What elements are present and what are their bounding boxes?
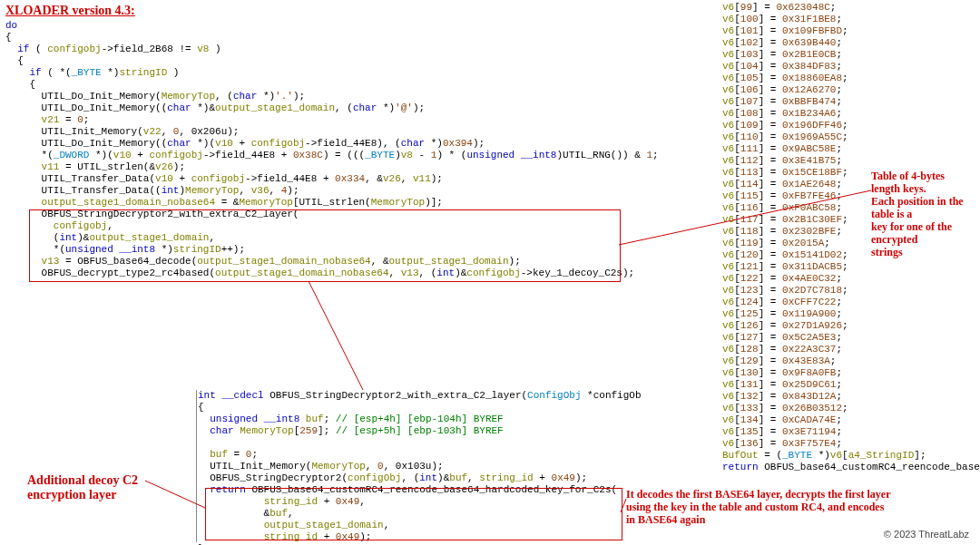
- function-border: [196, 390, 197, 542]
- page-title: XLOADER version 4.3:: [5, 4, 135, 18]
- note-bottom: It decodes the first BASE64 layer, decry…: [626, 488, 898, 526]
- note-left: Additional decoy C2 encryption layer: [27, 473, 138, 502]
- note-right-top: Table of 4-bytes length keys. Each posit…: [871, 170, 971, 258]
- svg-line-0: [309, 281, 363, 390]
- obfus-call-box: [29, 209, 621, 282]
- footer-copyright: © 2023 ThreatLabz: [884, 529, 969, 540]
- return-call-box: [205, 488, 622, 540]
